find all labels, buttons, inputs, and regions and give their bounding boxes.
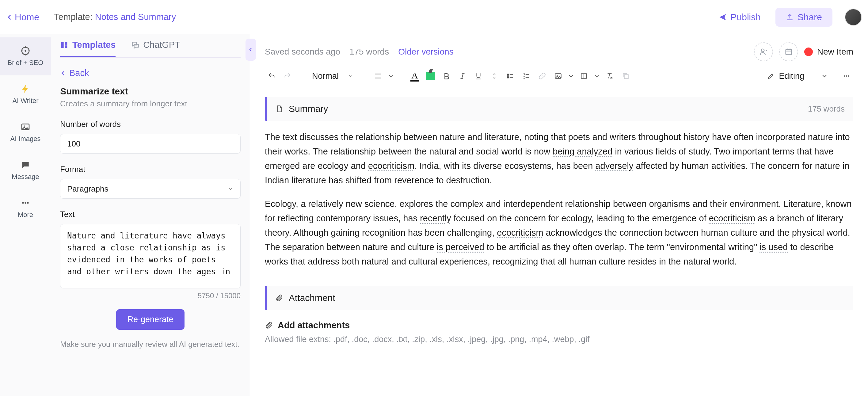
paperclip-icon — [275, 294, 283, 302]
redo-button[interactable] — [281, 69, 294, 83]
highlight-button[interactable] — [424, 69, 437, 83]
word-count: 175 words — [349, 47, 389, 57]
italic-icon — [459, 72, 466, 80]
dots-icon — [843, 72, 850, 80]
num-words-input[interactable] — [60, 134, 241, 154]
avatar[interactable] — [845, 8, 862, 26]
nav-ai-writer[interactable]: AI Writer — [0, 75, 51, 113]
side-panel: Templates ChatGPT Back Summarize text Cr… — [51, 34, 250, 396]
copy-icon — [622, 72, 629, 80]
text-color-button[interactable]: A — [408, 69, 422, 83]
summary-section-header: Summary 175 words — [265, 97, 853, 121]
upload-icon — [786, 13, 794, 21]
table-icon — [580, 72, 588, 80]
regenerate-button[interactable]: Re-generate — [116, 309, 184, 330]
nav-brief-seo[interactable]: Brief + SEO — [0, 37, 51, 75]
style-select[interactable]: Normal — [308, 71, 358, 81]
chevron-left-icon — [6, 14, 13, 21]
panel-title: Summarize text — [60, 86, 241, 96]
svg-rect-7 — [61, 42, 64, 48]
align-more[interactable] — [387, 69, 395, 83]
chevron-down-icon — [348, 73, 353, 79]
svg-point-6 — [27, 202, 29, 204]
undo-button[interactable] — [265, 69, 278, 83]
image-more[interactable] — [567, 69, 575, 83]
chevron-down-icon — [821, 72, 828, 80]
attachment-section-header: Attachment — [265, 286, 853, 310]
chevron-down-icon — [593, 72, 600, 80]
number-list-button[interactable] — [520, 69, 533, 83]
svg-point-20 — [846, 75, 847, 77]
back-link[interactable]: Back — [60, 68, 241, 78]
add-user-button[interactable] — [754, 42, 773, 61]
bullet-list-icon — [506, 72, 514, 80]
undo-icon — [268, 72, 276, 80]
chevron-down-icon — [387, 72, 395, 80]
copy-button[interactable] — [619, 69, 632, 83]
text-input[interactable] — [60, 224, 241, 288]
summary-paragraph-2[interactable]: Ecology, a relatively new science, explo… — [265, 197, 853, 269]
svg-rect-18 — [624, 75, 628, 79]
underline-button[interactable] — [472, 69, 485, 83]
new-item-status[interactable]: New Item — [804, 47, 853, 57]
svg-point-4 — [22, 202, 24, 204]
template-name[interactable]: Notes and Summary — [95, 12, 176, 22]
svg-point-21 — [848, 75, 849, 77]
num-words-label: Number of words — [60, 120, 241, 129]
bold-icon — [442, 72, 451, 80]
redo-icon — [283, 72, 291, 80]
bold-button[interactable] — [440, 69, 453, 83]
publish-button[interactable]: Publish — [718, 12, 761, 22]
chevron-left-icon — [60, 70, 66, 76]
more-toolbar-button[interactable] — [840, 69, 853, 83]
older-versions-link[interactable]: Older versions — [398, 47, 454, 57]
tab-templates[interactable]: Templates — [60, 40, 116, 57]
table-more[interactable] — [593, 69, 600, 83]
number-list-icon — [522, 72, 530, 80]
templates-icon — [60, 41, 69, 49]
strikethrough-icon — [490, 72, 498, 80]
italic-button[interactable] — [456, 69, 469, 83]
saved-status: Saved seconds ago — [265, 47, 340, 57]
align-button[interactable] — [371, 69, 385, 83]
send-icon — [718, 13, 727, 22]
svg-point-5 — [25, 202, 26, 204]
format-select[interactable]: Paragraphs — [60, 179, 241, 199]
extension-note: Allowed file extns: .pdf, .doc, .docx, .… — [265, 335, 853, 344]
tab-chatgpt[interactable]: ChatGPT — [131, 40, 180, 53]
svg-rect-11 — [785, 49, 792, 55]
editing-mode-select[interactable]: Editing — [767, 71, 828, 81]
bullet-list-button[interactable] — [503, 69, 517, 83]
home-label: Home — [15, 12, 39, 22]
svg-point-10 — [761, 49, 764, 52]
image-button[interactable] — [551, 69, 565, 83]
chevron-down-icon — [227, 186, 234, 192]
nav-more[interactable]: More — [0, 189, 51, 227]
align-left-icon — [374, 72, 382, 80]
document-icon — [275, 105, 283, 113]
table-button[interactable] — [577, 69, 591, 83]
review-note: Make sure you manually review all AI gen… — [60, 339, 241, 350]
char-count: 5750 / 15000 — [60, 292, 241, 300]
strike-button[interactable] — [488, 69, 501, 83]
attachment-title: Attachment — [289, 293, 335, 303]
summary-paragraph-1[interactable]: The text discusses the relationship betw… — [265, 130, 853, 188]
home-link[interactable]: Home — [6, 12, 39, 22]
svg-point-13 — [507, 75, 508, 76]
nav-ai-images[interactable]: AI Images — [0, 113, 51, 151]
text-label: Text — [60, 210, 241, 219]
section-title: Summary — [289, 103, 328, 114]
collapse-panel-button[interactable] — [246, 39, 256, 61]
left-nav: Brief + SEO AI Writer AI Images Message … — [0, 34, 51, 396]
link-button[interactable] — [535, 69, 549, 83]
share-button[interactable]: Share — [775, 8, 832, 27]
calendar-icon — [784, 48, 793, 56]
chevron-left-icon — [248, 47, 253, 53]
dots-icon — [21, 198, 30, 208]
nav-message[interactable]: Message — [0, 151, 51, 189]
chat-bubbles-icon — [131, 41, 140, 49]
bolt-icon — [21, 84, 30, 94]
add-attachment-button[interactable]: Add attachments — [265, 320, 853, 330]
calendar-button[interactable] — [779, 42, 798, 61]
clear-format-button[interactable] — [603, 69, 616, 83]
